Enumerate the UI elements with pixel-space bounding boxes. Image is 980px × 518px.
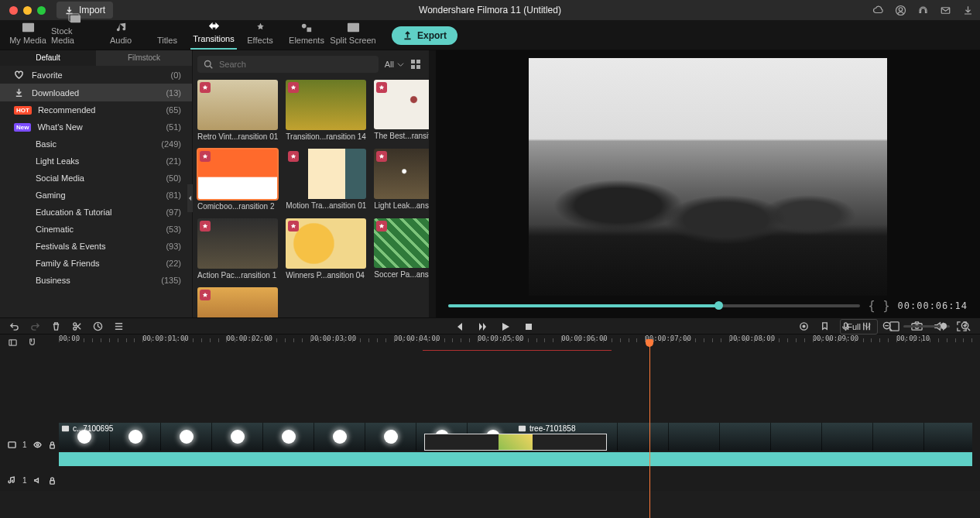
prev-frame-button[interactable] [454, 322, 464, 331]
export-icon [403, 30, 413, 40]
save-icon[interactable] [962, 5, 974, 16]
transition-item[interactable]: Retro Vint...ransition 01 [197, 80, 278, 141]
support-icon[interactable] [917, 5, 929, 16]
preview-viewport [436, 50, 980, 296]
cloud-icon[interactable] [872, 5, 884, 16]
collapse-sidebar-button[interactable] [187, 184, 193, 212]
svg-rect-8 [307, 28, 311, 33]
list-button[interactable] [114, 321, 124, 331]
transition-clip[interactable] [424, 434, 607, 451]
search-icon [204, 60, 213, 69]
voiceover-button[interactable] [841, 321, 851, 331]
category-cinematic[interactable]: Cinematic(53) [0, 221, 192, 238]
zoom-in-button[interactable] [961, 321, 971, 331]
mixer-button[interactable] [862, 321, 872, 331]
transition-item[interactable]: Action Pac...ransition 1 [197, 218, 278, 280]
category-business[interactable]: Business(135) [0, 272, 192, 289]
tab-split-screen[interactable]: Split Screen [330, 19, 376, 50]
speaker-icon[interactable] [33, 476, 42, 485]
minimize-window-button[interactable] [23, 6, 32, 15]
split-button[interactable] [72, 321, 82, 331]
titlebar-right [872, 5, 974, 16]
category-favorite[interactable]: Favorite(0) [0, 66, 192, 84]
transition-item[interactable]: Comicboo...ransition 2 [197, 149, 278, 210]
stop-button[interactable] [524, 322, 533, 331]
preview-timecode: 00:00:06:14 [898, 300, 968, 311]
undo-button[interactable] [9, 321, 19, 331]
tab-my-media[interactable]: My Media [5, 19, 51, 50]
tab-elements[interactable]: Elements [283, 19, 330, 50]
category-education-tutorial[interactable]: Education & Tutorial(97) [0, 204, 192, 221]
svg-point-19 [74, 322, 77, 325]
transition-item[interactable]: The Best...ransition 03 [374, 80, 429, 141]
chevron-down-icon [397, 61, 404, 68]
tab-audio[interactable]: Audio [98, 19, 144, 50]
tab-effects[interactable]: Effects [237, 19, 283, 50]
subtab-default[interactable]: Default [0, 50, 96, 66]
category-family-friends[interactable]: Family & Friends(22) [0, 255, 192, 272]
window-controls [0, 6, 46, 15]
subtab-filmstock[interactable]: Filmstock [96, 50, 192, 66]
titlebar: Import Wondershare Filmora 11 (Untitled) [0, 0, 980, 21]
audio-track-header[interactable]: 1 [0, 469, 59, 491]
preview-panel: { } 00:00:06:14 Full [436, 50, 980, 317]
transition-item[interactable]: Motion Tra...ansition 01 [286, 149, 366, 210]
category-social-media[interactable]: Social Media(50) [0, 170, 192, 187]
zoom-slider[interactable] [903, 325, 950, 328]
transition-item[interactable]: Transition...ransition 14 [286, 80, 366, 141]
search-field[interactable] [218, 59, 372, 70]
play-pause-button[interactable] [478, 322, 487, 331]
svg-rect-13 [411, 65, 415, 69]
mail-icon[interactable] [940, 5, 951, 16]
preview-frame[interactable] [529, 58, 887, 296]
category-recommended[interactable]: HOTRecommended(65) [0, 101, 192, 118]
redo-button[interactable] [30, 321, 40, 331]
transition-item[interactable]: Winners P...ansition 04 [286, 218, 366, 280]
category-what-s-new[interactable]: NewWhat's New(51) [0, 118, 192, 136]
svg-rect-32 [519, 426, 526, 431]
timeline-ruler[interactable]: 00:0000:00:01:0000:00:02:0000:00:03:0000… [0, 334, 980, 353]
lock-icon[interactable] [48, 441, 57, 449]
tab-stock-media[interactable]: Stock Media [51, 10, 98, 50]
svg-rect-14 [416, 65, 420, 69]
svg-rect-11 [411, 60, 415, 63]
video-track-lane[interactable]: c...7100695 tree-7101858 [59, 423, 980, 466]
play-button[interactable] [501, 322, 510, 331]
marker-button[interactable] [820, 321, 830, 331]
search-input[interactable] [197, 56, 379, 73]
export-button[interactable]: Export [392, 26, 457, 45]
mark-in-icon[interactable]: { [868, 299, 875, 313]
close-window-button[interactable] [9, 6, 18, 15]
category-gaming[interactable]: Gaming(81) [0, 187, 192, 204]
video-track-header[interactable]: 1 [0, 423, 59, 466]
svg-rect-9 [347, 23, 358, 32]
grid-view-button[interactable] [410, 59, 421, 70]
seek-slider[interactable] [448, 304, 860, 307]
category-basic[interactable]: Basic(249) [0, 136, 192, 153]
transition-item[interactable]: Light Leak...ansition 11 [374, 149, 429, 210]
category-light-leaks[interactable]: Light Leaks(21) [0, 153, 192, 170]
transition-item[interactable]: Soccer Pa...ansition 02 [374, 218, 429, 280]
speed-button[interactable] [93, 321, 103, 331]
category-festivals-events[interactable]: Festivals & Events(93) [0, 238, 192, 255]
zoom-out-button[interactable] [882, 321, 893, 331]
svg-rect-30 [50, 444, 54, 448]
filter-all-dropdown[interactable]: All [385, 60, 404, 69]
account-icon[interactable] [895, 5, 906, 16]
tab-titles[interactable]: Titles [144, 19, 190, 50]
mark-out-icon[interactable]: } [882, 299, 889, 313]
audio-track-1: 1 [0, 469, 980, 491]
category-panel: Default Filmstock Favorite(0)Downloaded(… [0, 50, 193, 317]
svg-point-29 [36, 444, 39, 446]
tab-transitions[interactable]: Transitions [190, 18, 237, 50]
maximize-window-button[interactable] [37, 6, 46, 15]
transition-grid: Retro Vint...ransition 01Transition...ra… [193, 78, 429, 317]
delete-button[interactable] [51, 321, 61, 331]
category-downloaded[interactable]: Downloaded(13) [0, 84, 192, 101]
eye-icon[interactable] [33, 441, 42, 449]
timeline: 00:0000:00:01:0000:00:02:0000:00:03:0000… [0, 334, 980, 491]
lock-icon[interactable] [48, 476, 57, 485]
render-preview-button[interactable] [799, 321, 809, 331]
transition-item[interactable]: Thanksgivi...nsition 05 [197, 287, 278, 317]
audio-track-lane[interactable] [59, 469, 980, 491]
